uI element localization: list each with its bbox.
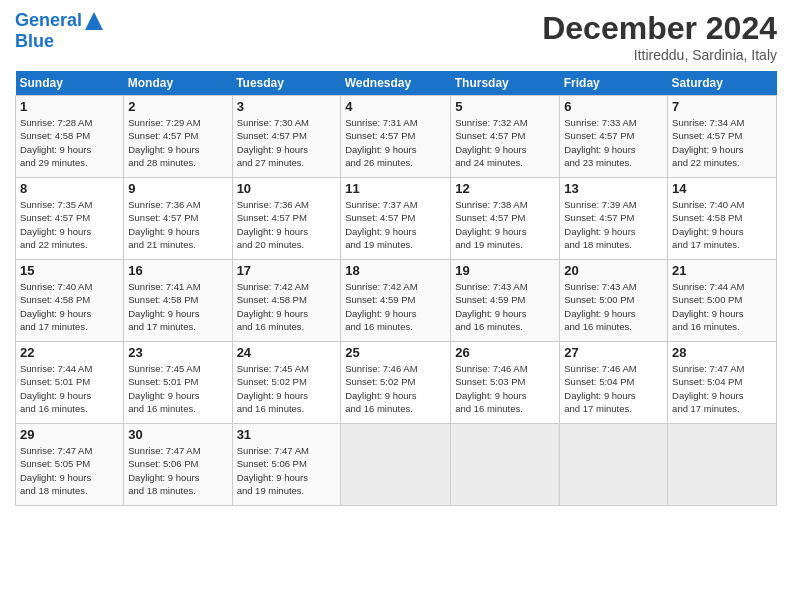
calendar-day-cell [668, 424, 777, 506]
calendar-day-cell: 14Sunrise: 7:40 AM Sunset: 4:58 PM Dayli… [668, 178, 777, 260]
calendar-week-row: 22Sunrise: 7:44 AM Sunset: 5:01 PM Dayli… [16, 342, 777, 424]
day-number: 4 [345, 99, 446, 114]
calendar-week-row: 29Sunrise: 7:47 AM Sunset: 5:05 PM Dayli… [16, 424, 777, 506]
day-detail: Sunrise: 7:47 AM Sunset: 5:05 PM Dayligh… [20, 444, 119, 497]
day-detail: Sunrise: 7:42 AM Sunset: 4:59 PM Dayligh… [345, 280, 446, 333]
calendar-week-row: 8Sunrise: 7:35 AM Sunset: 4:57 PM Daylig… [16, 178, 777, 260]
calendar-day-cell: 8Sunrise: 7:35 AM Sunset: 4:57 PM Daylig… [16, 178, 124, 260]
calendar-day-cell: 15Sunrise: 7:40 AM Sunset: 4:58 PM Dayli… [16, 260, 124, 342]
day-number: 1 [20, 99, 119, 114]
day-detail: Sunrise: 7:34 AM Sunset: 4:57 PM Dayligh… [672, 116, 772, 169]
day-detail: Sunrise: 7:28 AM Sunset: 4:58 PM Dayligh… [20, 116, 119, 169]
day-number: 29 [20, 427, 119, 442]
calendar-day-cell: 28Sunrise: 7:47 AM Sunset: 5:04 PM Dayli… [668, 342, 777, 424]
calendar-day-cell: 12Sunrise: 7:38 AM Sunset: 4:57 PM Dayli… [451, 178, 560, 260]
day-detail: Sunrise: 7:33 AM Sunset: 4:57 PM Dayligh… [564, 116, 663, 169]
day-number: 16 [128, 263, 227, 278]
calendar-day-cell: 26Sunrise: 7:46 AM Sunset: 5:03 PM Dayli… [451, 342, 560, 424]
day-number: 2 [128, 99, 227, 114]
calendar-day-cell: 23Sunrise: 7:45 AM Sunset: 5:01 PM Dayli… [124, 342, 232, 424]
calendar-day-cell: 24Sunrise: 7:45 AM Sunset: 5:02 PM Dayli… [232, 342, 341, 424]
day-detail: Sunrise: 7:47 AM Sunset: 5:04 PM Dayligh… [672, 362, 772, 415]
header: General Blue December 2024 Ittireddu, Sa… [15, 10, 777, 63]
calendar-day-cell [451, 424, 560, 506]
day-detail: Sunrise: 7:29 AM Sunset: 4:57 PM Dayligh… [128, 116, 227, 169]
weekday-header-row: SundayMondayTuesdayWednesdayThursdayFrid… [16, 71, 777, 96]
weekday-header-cell: Thursday [451, 71, 560, 96]
month-title: December 2024 [542, 10, 777, 47]
day-number: 13 [564, 181, 663, 196]
calendar-day-cell: 16Sunrise: 7:41 AM Sunset: 4:58 PM Dayli… [124, 260, 232, 342]
day-number: 25 [345, 345, 446, 360]
day-number: 11 [345, 181, 446, 196]
weekday-header-cell: Tuesday [232, 71, 341, 96]
day-detail: Sunrise: 7:46 AM Sunset: 5:03 PM Dayligh… [455, 362, 555, 415]
day-detail: Sunrise: 7:30 AM Sunset: 4:57 PM Dayligh… [237, 116, 337, 169]
day-number: 19 [455, 263, 555, 278]
location-subtitle: Ittireddu, Sardinia, Italy [542, 47, 777, 63]
calendar-day-cell: 5Sunrise: 7:32 AM Sunset: 4:57 PM Daylig… [451, 96, 560, 178]
calendar-day-cell [560, 424, 668, 506]
day-detail: Sunrise: 7:38 AM Sunset: 4:57 PM Dayligh… [455, 198, 555, 251]
calendar-day-cell [341, 424, 451, 506]
day-detail: Sunrise: 7:46 AM Sunset: 5:02 PM Dayligh… [345, 362, 446, 415]
weekday-header-cell: Saturday [668, 71, 777, 96]
weekday-header-cell: Wednesday [341, 71, 451, 96]
weekday-header-cell: Friday [560, 71, 668, 96]
day-detail: Sunrise: 7:37 AM Sunset: 4:57 PM Dayligh… [345, 198, 446, 251]
calendar-table: SundayMondayTuesdayWednesdayThursdayFrid… [15, 71, 777, 506]
day-detail: Sunrise: 7:45 AM Sunset: 5:02 PM Dayligh… [237, 362, 337, 415]
day-detail: Sunrise: 7:41 AM Sunset: 4:58 PM Dayligh… [128, 280, 227, 333]
calendar-day-cell: 3Sunrise: 7:30 AM Sunset: 4:57 PM Daylig… [232, 96, 341, 178]
day-detail: Sunrise: 7:42 AM Sunset: 4:58 PM Dayligh… [237, 280, 337, 333]
day-detail: Sunrise: 7:46 AM Sunset: 5:04 PM Dayligh… [564, 362, 663, 415]
day-number: 6 [564, 99, 663, 114]
day-number: 14 [672, 181, 772, 196]
day-number: 15 [20, 263, 119, 278]
calendar-body: 1Sunrise: 7:28 AM Sunset: 4:58 PM Daylig… [16, 96, 777, 506]
day-number: 5 [455, 99, 555, 114]
calendar-day-cell: 7Sunrise: 7:34 AM Sunset: 4:57 PM Daylig… [668, 96, 777, 178]
calendar-day-cell: 11Sunrise: 7:37 AM Sunset: 4:57 PM Dayli… [341, 178, 451, 260]
calendar-day-cell: 30Sunrise: 7:47 AM Sunset: 5:06 PM Dayli… [124, 424, 232, 506]
title-area: December 2024 Ittireddu, Sardinia, Italy [542, 10, 777, 63]
day-detail: Sunrise: 7:47 AM Sunset: 5:06 PM Dayligh… [237, 444, 337, 497]
day-number: 24 [237, 345, 337, 360]
calendar-day-cell: 6Sunrise: 7:33 AM Sunset: 4:57 PM Daylig… [560, 96, 668, 178]
day-number: 21 [672, 263, 772, 278]
calendar-day-cell: 25Sunrise: 7:46 AM Sunset: 5:02 PM Dayli… [341, 342, 451, 424]
day-number: 23 [128, 345, 227, 360]
day-detail: Sunrise: 7:43 AM Sunset: 4:59 PM Dayligh… [455, 280, 555, 333]
day-number: 27 [564, 345, 663, 360]
calendar-day-cell: 10Sunrise: 7:36 AM Sunset: 4:57 PM Dayli… [232, 178, 341, 260]
calendar-day-cell: 31Sunrise: 7:47 AM Sunset: 5:06 PM Dayli… [232, 424, 341, 506]
main-container: General Blue December 2024 Ittireddu, Sa… [0, 0, 792, 516]
day-detail: Sunrise: 7:32 AM Sunset: 4:57 PM Dayligh… [455, 116, 555, 169]
day-detail: Sunrise: 7:47 AM Sunset: 5:06 PM Dayligh… [128, 444, 227, 497]
calendar-day-cell: 17Sunrise: 7:42 AM Sunset: 4:58 PM Dayli… [232, 260, 341, 342]
calendar-day-cell: 27Sunrise: 7:46 AM Sunset: 5:04 PM Dayli… [560, 342, 668, 424]
day-detail: Sunrise: 7:36 AM Sunset: 4:57 PM Dayligh… [128, 198, 227, 251]
day-detail: Sunrise: 7:44 AM Sunset: 5:01 PM Dayligh… [20, 362, 119, 415]
day-number: 30 [128, 427, 227, 442]
calendar-day-cell: 1Sunrise: 7:28 AM Sunset: 4:58 PM Daylig… [16, 96, 124, 178]
day-number: 8 [20, 181, 119, 196]
calendar-day-cell: 4Sunrise: 7:31 AM Sunset: 4:57 PM Daylig… [341, 96, 451, 178]
logo-icon [83, 10, 105, 32]
svg-marker-0 [85, 12, 103, 30]
day-number: 22 [20, 345, 119, 360]
day-number: 9 [128, 181, 227, 196]
calendar-day-cell: 20Sunrise: 7:43 AM Sunset: 5:00 PM Dayli… [560, 260, 668, 342]
day-number: 3 [237, 99, 337, 114]
calendar-day-cell: 9Sunrise: 7:36 AM Sunset: 4:57 PM Daylig… [124, 178, 232, 260]
day-number: 17 [237, 263, 337, 278]
calendar-day-cell: 18Sunrise: 7:42 AM Sunset: 4:59 PM Dayli… [341, 260, 451, 342]
day-detail: Sunrise: 7:40 AM Sunset: 4:58 PM Dayligh… [672, 198, 772, 251]
logo: General Blue [15, 10, 106, 52]
day-detail: Sunrise: 7:36 AM Sunset: 4:57 PM Dayligh… [237, 198, 337, 251]
day-detail: Sunrise: 7:39 AM Sunset: 4:57 PM Dayligh… [564, 198, 663, 251]
logo-general: General [15, 10, 82, 30]
weekday-header-cell: Sunday [16, 71, 124, 96]
day-number: 20 [564, 263, 663, 278]
day-detail: Sunrise: 7:43 AM Sunset: 5:00 PM Dayligh… [564, 280, 663, 333]
